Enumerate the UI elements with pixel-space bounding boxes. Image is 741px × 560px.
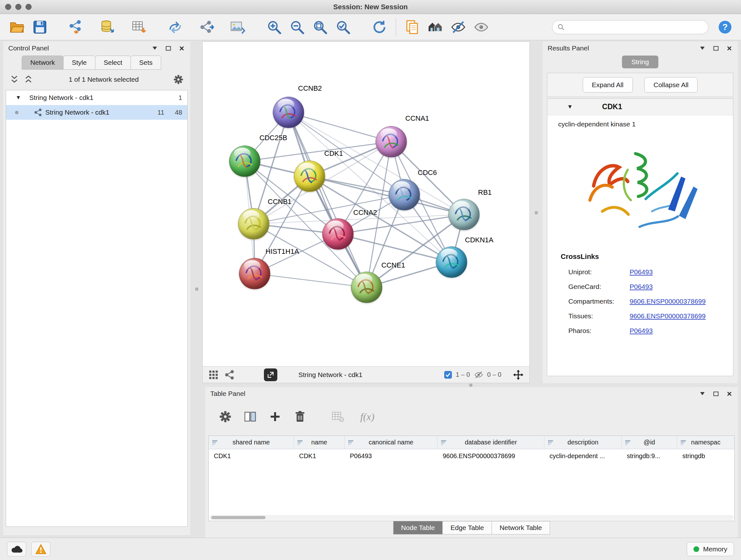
tab-edge-table[interactable]: Edge Table [443,521,492,535]
show-panels-button[interactable] [472,17,490,37]
selected-elements-checkbox[interactable] [444,371,452,379]
close-panel-icon[interactable] [726,390,733,397]
tab-sets[interactable]: Sets [131,56,161,70]
table-cell[interactable]: cyclin-dependent ... [544,449,622,462]
close-panel-icon[interactable] [178,45,185,52]
splitter-handle-bottom[interactable] [469,384,472,387]
network-options-gear-icon[interactable] [173,74,184,85]
collection-disclosure-icon[interactable]: ▼ [16,95,21,101]
column-header-namespac[interactable]: namespac [677,436,734,449]
network-node-ccna2[interactable] [322,219,354,250]
gene-section-header[interactable]: ▼ CDK1 [547,99,733,115]
refresh-button[interactable] [370,17,389,37]
collapse-all-networks-icon[interactable] [10,75,19,84]
warnings-button[interactable] [31,542,51,557]
float-panel-icon[interactable] [712,45,719,52]
network-row-selected[interactable]: String Network - cdk1 11 48 [6,105,187,120]
column-header-canonical-name[interactable]: canonical name [345,436,437,449]
collapse-all-button[interactable]: Collapse All [644,77,698,92]
column-header-shared-name[interactable]: shared name [209,436,294,449]
panel-menu-icon[interactable] [151,45,158,52]
gene-disclosure-icon[interactable]: ▼ [567,104,573,110]
search-box[interactable] [552,20,709,34]
create-column-plus-icon[interactable] [268,409,282,424]
copy-button[interactable] [403,17,421,37]
network-node-rb1[interactable] [448,199,480,230]
float-panel-icon[interactable] [712,390,719,397]
panel-menu-icon[interactable] [699,45,706,52]
crosslink-genecard-link[interactable]: P06493 [630,283,653,291]
table-header-row: shared namenamecanonical namedatabase id… [209,436,734,449]
import-table-button[interactable] [130,17,148,37]
column-header-database-identifier[interactable]: database identifier [437,436,544,449]
crosslink-compartments-link[interactable]: 9606.ENSP00000378699 [630,298,705,305]
new-network-button[interactable] [166,17,185,37]
column-header-description[interactable]: description [544,436,622,449]
close-panel-icon[interactable] [726,45,733,52]
network-collection-row[interactable]: ▼ String Network - cdk1 1 [6,90,187,105]
table-cell[interactable]: stringdb:9... [622,449,677,462]
crosslink-tissues-link[interactable]: 9606.ENSP00000378699 [630,312,705,320]
export-image-button[interactable] [228,17,247,37]
network-canvas[interactable]: CCNB2CCNA1CDC25BCDK1CDC6RB1CCNB1CCNA2CDK… [203,42,529,366]
home-button[interactable] [426,17,445,37]
network-node-cdk1[interactable] [294,161,325,192]
table-cell[interactable]: CDK1 [294,449,345,462]
network-node-ccnb2[interactable] [273,97,304,128]
expand-all-button[interactable]: Expand All [583,77,633,92]
memory-button[interactable]: Memory [687,542,734,556]
save-session-button[interactable] [30,17,49,37]
network-node-ccnb1[interactable] [238,208,269,240]
tab-network-table[interactable]: Network Table [491,521,550,535]
crosslink-uniprot-link[interactable]: P06493 [630,268,653,276]
cloud-status-button[interactable] [7,542,26,557]
hide-panels-button[interactable] [449,17,468,37]
export-network-button[interactable] [197,17,216,37]
network-node-ccne1[interactable] [351,272,382,303]
splitter-handle-left[interactable] [195,288,198,291]
table-options-gear-icon[interactable] [218,409,232,424]
network-node-cdkn1a[interactable] [436,246,467,278]
show-columns-icon[interactable] [243,409,258,424]
delete-column-trash-icon[interactable] [293,409,307,424]
zoom-out-button[interactable] [288,17,307,37]
table-cell[interactable]: stringdb [677,449,734,462]
birdseye-view-icon[interactable] [224,370,234,380]
hidden-elements-icon[interactable] [474,371,483,379]
tab-network[interactable]: Network [22,56,64,70]
grid-view-icon[interactable] [208,370,219,380]
column-header--id[interactable]: @id [622,436,677,449]
expand-all-networks-icon[interactable] [23,75,33,84]
open-session-button[interactable] [8,17,26,37]
scrollbar-thumb[interactable] [211,516,266,519]
network-node-hist1h1a[interactable] [239,258,270,289]
splitter-handle-right[interactable] [535,211,538,214]
network-edge-ccnb2-ccne1[interactable] [288,112,367,287]
network-edge-hist1h1a-ccne1[interactable] [255,273,367,287]
import-network-file-button[interactable] [67,17,85,37]
tab-string-results[interactable]: String [622,56,659,68]
tab-style[interactable]: Style [63,56,95,70]
column-header-name[interactable]: name [294,436,345,449]
network-node-cdc6[interactable] [389,179,420,210]
table-cell[interactable]: P06493 [345,449,437,462]
horizontal-scrollbar[interactable] [209,515,734,520]
search-input[interactable] [568,23,703,30]
export-view-button[interactable] [264,368,277,381]
help-button[interactable]: ? [717,19,733,36]
zoom-in-button[interactable] [265,17,283,37]
tab-node-table[interactable]: Node Table [393,521,443,535]
network-node-ccna1[interactable] [376,126,407,158]
zoom-fit-button[interactable] [311,17,329,37]
table-cell[interactable]: 9606.ENSP00000378699 [437,449,544,462]
table-row[interactable]: CDK1CDK1P064939606.ENSP00000378699cyclin… [209,449,734,462]
tab-select[interactable]: Select [95,56,131,70]
network-node-cdc25b[interactable] [229,145,260,177]
zoom-selected-button[interactable] [334,17,352,37]
table-cell[interactable]: CDK1 [209,449,294,462]
float-panel-icon[interactable] [165,45,172,52]
import-network-database-button[interactable] [98,17,117,37]
pan-crosshair-icon[interactable] [513,369,524,380]
crosslink-pharos-link[interactable]: P06493 [630,327,653,334]
panel-menu-icon[interactable] [699,390,706,397]
